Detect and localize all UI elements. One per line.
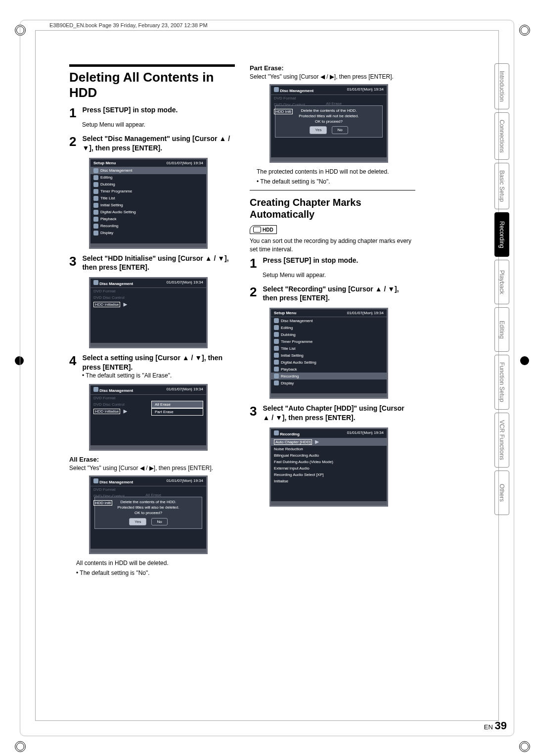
menu-label: Auto Chapter [HDD] bbox=[274, 439, 312, 445]
menu-label: Disc Management bbox=[281, 319, 312, 323]
tab-introduction[interactable]: Introduction bbox=[494, 63, 509, 109]
step-2-heading: Select "Disc Management" using [Cursor ▲… bbox=[82, 134, 230, 153]
menu-label: Recording Audio Select [XP] bbox=[274, 472, 324, 477]
option-item[interactable]: All Erase bbox=[151, 401, 203, 408]
menu-item[interactable]: Dubbing bbox=[90, 181, 206, 188]
menu-item[interactable]: Playback bbox=[271, 366, 387, 373]
step-number: 1 bbox=[69, 105, 80, 121]
section-title-deleting: Deleting All Contents in HDD bbox=[69, 70, 235, 100]
menu-label: DVD Disc Control bbox=[93, 494, 125, 498]
menu-item[interactable]: Timer Programme bbox=[271, 338, 387, 345]
menu-item[interactable]: HDD Initialise bbox=[90, 301, 206, 308]
option-disabled: All Erase bbox=[323, 95, 387, 107]
menu-label: Title List bbox=[100, 196, 115, 200]
menu-item[interactable]: Initial Setting bbox=[90, 202, 206, 209]
confirm-erase-panel: Disc Management 01/01/07(Mon) 19:34 DVD … bbox=[89, 475, 208, 554]
menu-label: Digital Audio Setting bbox=[281, 360, 316, 365]
panel-title-label: Disc Management bbox=[99, 388, 133, 393]
page-content: Deleting All Contents in HDD 1 Press [SE… bbox=[69, 64, 415, 579]
panel-datetime: 01/01/07(Mon) 19:34 bbox=[167, 161, 203, 165]
menu-item[interactable]: Auto Chapter [HDD] bbox=[271, 438, 387, 446]
no-button[interactable]: No bbox=[151, 518, 167, 525]
menu-label: DVD Format bbox=[93, 396, 115, 400]
settings-icon bbox=[274, 353, 279, 358]
step-number: 4 bbox=[69, 353, 80, 369]
registration-mark-icon bbox=[519, 25, 530, 36]
tab-basic-setup[interactable]: Basic Setup bbox=[494, 163, 509, 209]
menu-item[interactable]: Initial Setting bbox=[271, 352, 387, 359]
tab-others[interactable]: Others bbox=[494, 471, 509, 515]
recording-panel: Recording 01/01/07(Mon) 19:34 Auto Chapt… bbox=[269, 427, 388, 507]
menu-item[interactable]: Initialise bbox=[271, 478, 387, 484]
menu-item[interactable]: Fast Dubbing Audio (Video Mode) bbox=[271, 459, 387, 465]
menu-item: DVD Format bbox=[271, 95, 323, 101]
tab-recording[interactable]: Recording bbox=[494, 212, 509, 257]
menu-item[interactable]: Recording bbox=[271, 373, 387, 379]
menu-label: Timer Programme bbox=[281, 339, 312, 344]
section-title-chapter: Creating Chapter Marks Automatically bbox=[250, 196, 415, 220]
menu-label: Disc Management bbox=[100, 168, 132, 173]
menu-item[interactable]: Display bbox=[271, 379, 387, 386]
edit-icon bbox=[93, 175, 98, 180]
step-3-heading-r: Select "Auto Chapter [HDD]" using [Curso… bbox=[263, 404, 411, 423]
menu-item[interactable]: External Input Audio bbox=[271, 465, 387, 472]
play-icon bbox=[274, 367, 279, 372]
menu-label: Playback bbox=[100, 217, 116, 221]
all-erase-heading: All Erase: bbox=[69, 456, 235, 463]
panel-datetime: 01/01/07(Mon) 19:34 bbox=[167, 387, 203, 393]
book-header-text: E3B90ED_EN.book Page 39 Friday, February… bbox=[49, 22, 208, 28]
menu-item[interactable]: Editing bbox=[271, 324, 387, 331]
menu-item[interactable]: Title List bbox=[90, 195, 206, 202]
menu-item: DVD Format bbox=[90, 486, 142, 493]
all-erase-text: Select "Yes" using [Cursor ◀ / ▶], then … bbox=[69, 464, 235, 472]
menu-item[interactable]: Title List bbox=[271, 345, 387, 352]
menu-item[interactable]: Playback bbox=[90, 216, 206, 223]
step-2-heading-r: Select "Recording" using [Cursor ▲ / ▼],… bbox=[263, 284, 411, 303]
dialog-line: OK to proceed? bbox=[98, 510, 199, 516]
menu-item[interactable]: Digital Audio Setting bbox=[271, 359, 387, 366]
menu-item[interactable]: Disc Management bbox=[271, 317, 387, 324]
menu-label: Initialise bbox=[274, 479, 288, 483]
no-button[interactable]: No bbox=[332, 126, 348, 134]
panel-datetime: 01/01/07(Mon) 19:34 bbox=[167, 280, 203, 286]
menu-label: Display bbox=[281, 381, 294, 385]
menu-label: Fast Dubbing Audio (Video Mode) bbox=[274, 460, 333, 464]
tab-function-setup[interactable]: Function Setup bbox=[494, 355, 509, 410]
page-number-value: 39 bbox=[495, 719, 507, 732]
menu-item[interactable]: Digital Audio Setting bbox=[90, 209, 206, 216]
menu-item[interactable]: HDD Initialise bbox=[90, 408, 148, 415]
menu-item[interactable]: Bilingual Recording Audio bbox=[271, 452, 387, 459]
menu-item[interactable]: Editing bbox=[90, 174, 206, 181]
settings-icon bbox=[93, 203, 98, 208]
menu-label: Display bbox=[100, 231, 113, 235]
option-item[interactable]: Part Erase bbox=[151, 408, 203, 416]
tab-editing[interactable]: Editing bbox=[494, 307, 509, 352]
menu-item[interactable]: Display bbox=[90, 230, 206, 236]
yes-button[interactable]: Yes bbox=[310, 126, 327, 134]
option-label: All Erase bbox=[326, 101, 342, 106]
menu-item[interactable]: Recording Audio Select [XP] bbox=[271, 472, 387, 478]
menu-item[interactable]: Timer Programme bbox=[90, 188, 206, 195]
title-rule bbox=[69, 64, 235, 67]
disc-management-panel: Disc Management 01/01/07(Mon) 19:34 DVD … bbox=[89, 277, 208, 348]
tab-connections[interactable]: Connections bbox=[494, 112, 509, 160]
menu-label: Recording bbox=[281, 374, 299, 378]
disc-icon bbox=[93, 168, 98, 173]
menu-item[interactable]: Recording bbox=[90, 223, 206, 230]
menu-item[interactable]: Disc Management bbox=[90, 167, 206, 174]
yes-button[interactable]: Yes bbox=[129, 518, 146, 525]
step-1-heading: Press [SETUP] in stop mode. bbox=[82, 105, 230, 115]
confirm-part-erase-panel: Disc Management 01/01/07(Mon) 19:34 DVD … bbox=[269, 84, 388, 163]
menu-label: DVD Format bbox=[274, 96, 296, 100]
menu-label: Title List bbox=[281, 346, 296, 351]
chevron-right-icon bbox=[315, 440, 319, 444]
menu-item[interactable]: Dubbing bbox=[271, 331, 387, 338]
timer-icon bbox=[93, 189, 98, 194]
tab-playback[interactable]: Playback bbox=[494, 260, 509, 304]
option-label: All Erase bbox=[155, 402, 171, 407]
menu-label: Initial Setting bbox=[281, 353, 304, 358]
tab-vcr-functions[interactable]: VCR Functions bbox=[494, 413, 509, 468]
menu-label: Dubbing bbox=[100, 182, 115, 187]
menu-item[interactable]: Noise Reduction bbox=[271, 446, 387, 452]
step-1-heading-r: Press [SETUP] in stop mode. bbox=[263, 256, 411, 265]
